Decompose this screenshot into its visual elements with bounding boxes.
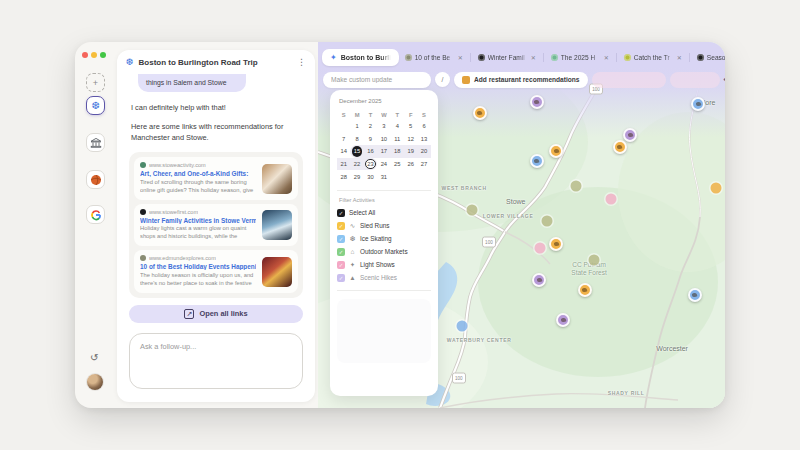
map-pin[interactable] [623, 128, 637, 142]
filter-item[interactable]: ✓ Select All [337, 207, 431, 219]
map-pin[interactable] [532, 273, 546, 287]
calendar-day[interactable]: 1 [350, 120, 363, 133]
calendar-day[interactable]: 13 [417, 133, 430, 146]
map-pin[interactable] [549, 237, 563, 251]
calendar-day[interactable]: 8 [350, 133, 363, 146]
filter-item[interactable]: ✓ Light Shows [337, 259, 431, 271]
faded-suggestion-chip[interactable] [670, 72, 720, 88]
checkbox-checked[interactable]: ✓ [337, 274, 345, 282]
new-chat-button[interactable]: + [86, 73, 105, 92]
map-pin[interactable] [613, 140, 627, 154]
custom-update-input[interactable] [323, 72, 431, 88]
calendar-day[interactable]: 25 [391, 158, 404, 171]
calendar-day[interactable]: 12 [404, 133, 417, 146]
sidebar-item-google[interactable] [86, 205, 105, 224]
map-pin[interactable] [571, 180, 582, 191]
calendar-day[interactable]: 26 [404, 158, 417, 171]
calendar-day[interactable] [404, 170, 417, 183]
filter-item[interactable]: ✓ Sled Runs [337, 220, 431, 232]
browser-tab[interactable]: Catch the Tr ✕ [620, 49, 686, 66]
calendar-day[interactable]: 31 [377, 170, 390, 183]
checkbox-checked[interactable]: ✓ [337, 248, 345, 256]
link-card[interactable]: www.stowefirst.com Winter Family Activit… [134, 204, 298, 247]
slash-shortcut-button[interactable]: / [435, 72, 450, 87]
calendar-day[interactable] [417, 170, 430, 183]
close-tab-icon[interactable]: ✕ [604, 54, 609, 61]
map-pin[interactable] [534, 242, 545, 253]
history-button[interactable]: ↺ [90, 353, 98, 363]
calendar-day[interactable]: 20 [417, 145, 430, 158]
filter-item[interactable]: ✓ Scenic Hikes [337, 272, 431, 284]
close-tab-icon[interactable]: ✕ [531, 54, 536, 61]
map-pin[interactable] [549, 144, 563, 158]
map-pin[interactable] [688, 288, 702, 302]
kebab-menu-icon[interactable]: ⋮ [297, 57, 306, 67]
link-card[interactable]: www.edmundexplores.com 10 of the Best Ho… [134, 250, 298, 293]
calendar-day[interactable]: 18 [391, 145, 404, 158]
calendar-day[interactable]: 29 [350, 170, 363, 183]
map-pin[interactable] [457, 320, 468, 331]
map-pin[interactable] [691, 97, 705, 111]
filter-item[interactable]: ✓ Ice Skating [337, 233, 431, 245]
undo-icon[interactable]: ↩ [724, 76, 725, 84]
browser-tab[interactable]: 10 of the Be ✕ [401, 49, 467, 66]
zoom-window-button[interactable] [100, 52, 106, 58]
calendar-day[interactable]: 7 [337, 133, 350, 146]
link-title[interactable]: Art, Cheer, and One-of-a-Kind Gifts: [140, 170, 256, 177]
checkbox-checked[interactable]: ✓ [337, 222, 345, 230]
checkbox-checked[interactable]: ✓ [337, 235, 345, 243]
checkbox-checked[interactable]: ✓ [337, 261, 345, 269]
calendar-day[interactable]: 4 [391, 120, 404, 133]
map-pin[interactable] [530, 154, 544, 168]
link-title[interactable]: 10 of the Best Holiday Events Happening.… [140, 263, 256, 270]
link-title[interactable]: Winter Family Activities in Stowe Vermon… [140, 217, 256, 224]
calendar-day[interactable]: 19 [404, 145, 417, 158]
map-pin[interactable] [542, 215, 553, 226]
sidebar-item-basketball[interactable] [86, 170, 105, 189]
checkbox-checked[interactable]: ✓ [337, 209, 345, 217]
browser-tab[interactable]: Season 202 ✕ [693, 49, 725, 66]
map-pin[interactable] [588, 254, 599, 265]
calendar-day[interactable]: 23 [364, 158, 377, 171]
browser-tab[interactable]: The 2025 H ✕ [547, 49, 613, 66]
sidebar-item-museum[interactable] [86, 133, 105, 152]
open-all-links-button[interactable]: ↗ Open all links [129, 305, 303, 323]
calendar-day[interactable] [337, 120, 350, 133]
map-pin[interactable] [711, 182, 722, 193]
calendar-day[interactable]: 27 [417, 158, 430, 171]
calendar-day[interactable]: 14 [337, 145, 350, 158]
calendar-day[interactable]: 16 [364, 145, 377, 158]
calendar-day[interactable]: 3 [377, 120, 390, 133]
map-pin[interactable] [473, 106, 487, 120]
calendar-day[interactable]: 30 [364, 170, 377, 183]
filter-item[interactable]: ✓ Outdoor Markets [337, 246, 431, 258]
followup-input[interactable] [138, 340, 298, 386]
calendar-day[interactable]: 11 [391, 133, 404, 146]
tab-boston-to-burlington[interactable]: ✦ Boston to Burli [322, 49, 399, 66]
calendar-day[interactable]: 28 [337, 170, 350, 183]
browser-tab[interactable]: Winter Famil ✕ [474, 49, 540, 66]
calendar-day[interactable]: 17 [377, 145, 390, 158]
calendar-day[interactable] [391, 170, 404, 183]
map-pin[interactable] [556, 313, 570, 327]
calendar-day[interactable]: 2 [364, 120, 377, 133]
close-tab-icon[interactable]: ✕ [677, 54, 682, 61]
calendar-day[interactable]: 24 [377, 158, 390, 171]
calendar-day[interactable]: 6 [417, 120, 430, 133]
close-tab-icon[interactable]: ✕ [458, 54, 463, 61]
calendar-day[interactable]: 22 [350, 158, 363, 171]
calendar-day[interactable]: 15 [350, 145, 363, 158]
map-pin[interactable] [606, 194, 617, 205]
add-restaurants-chip[interactable]: Add restaurant recommendations [454, 72, 588, 88]
link-card[interactable]: www.stoweactivity.com Art, Cheer, and On… [134, 157, 298, 200]
faded-suggestion-chip[interactable] [592, 72, 666, 88]
close-window-button[interactable] [82, 52, 88, 58]
map-pin[interactable] [530, 95, 544, 109]
calendar-day[interactable]: 10 [377, 133, 390, 146]
user-avatar[interactable] [87, 374, 103, 390]
sidebar-item-assistant[interactable]: ❆ [86, 96, 105, 115]
map-pin[interactable] [578, 283, 592, 297]
map-pin[interactable] [466, 205, 477, 216]
calendar-day[interactable]: 5 [404, 120, 417, 133]
minimize-window-button[interactable] [91, 52, 97, 58]
